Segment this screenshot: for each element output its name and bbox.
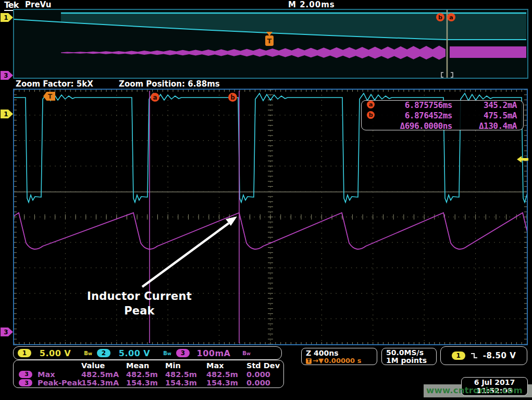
- measurement-header-row: Value Mean Min Max Std Dev: [17, 361, 280, 370]
- cursor-a-value: 345.2mA: [452, 100, 517, 110]
- overview-cursor-b-marker: b: [436, 13, 444, 21]
- measurement-row-max: 3Max 482.5mA 482.5m 482.5m 482.5m 0.000: [17, 370, 280, 379]
- overview-ch3-position-marker: 3: [1, 71, 13, 80]
- horizontal-zoom-box: Z 400ns T →▼ 0.00000 s: [301, 348, 377, 365]
- acquisition-box: 50.0MS/s 1M points: [381, 348, 437, 365]
- inductor-current-peak-annotation: Inductor Current Peak: [83, 289, 195, 318]
- overview-cursor-a-marker: a: [447, 13, 455, 21]
- zoom-status-bar: Zoom Factor: 5kX Zoom Position: 6.88ms: [0, 79, 532, 89]
- cursor-b-time: 6.876452ms: [379, 111, 452, 120]
- sample-rate-label: 50.0MS/s: [386, 349, 436, 357]
- main-ch3-position-marker: 3: [1, 328, 13, 336]
- cursor-b-marker: b: [228, 93, 237, 102]
- acquisition-mode-label: PreVu: [25, 0, 51, 9]
- zoom-factor-label: Zoom Factor: 5kX: [16, 79, 93, 89]
- trigger-t-icon: T: [265, 35, 274, 46]
- measurement-row-peak-peak: 3Peak-Peak 154.3mA 154.3m 154.3m 154.3m …: [17, 379, 280, 387]
- main-ch1-position-marker: 1: [1, 110, 13, 118]
- trigger-level-value: -8.50 V: [483, 351, 516, 360]
- position-arrows-icon: →▼: [313, 357, 324, 365]
- trigger-box: 1 -8.50 V: [440, 346, 527, 365]
- ch1-scale: 5.00 V: [31, 348, 79, 358]
- zoom-waveform-window: T a b a 6.875756ms 345.2mA b 6.876452ms …: [13, 89, 528, 345]
- ch2-bandwidth-icon: BW: [158, 350, 176, 356]
- ch2-badge: 2: [97, 349, 110, 357]
- cursor-a-time: 6.875756ms: [379, 100, 452, 110]
- ch1-bandwidth-icon: BW: [79, 350, 97, 356]
- ch3-bandwidth-icon: BW: [238, 350, 255, 356]
- falling-edge-icon: [470, 352, 478, 359]
- ch3-scale: 100mA: [190, 348, 238, 358]
- ch3-badge: 3: [19, 379, 32, 386]
- ch3-badge: 3: [19, 371, 32, 378]
- cursor-a-marker: a: [151, 93, 159, 102]
- oscilloscope-screen: Tek PreVu M 2.00ms b a T 1 3 Zoom Factor…: [0, 0, 532, 400]
- cursor-delta-value: Δ130.4mA: [452, 121, 517, 131]
- trigger-t-icon: T: [306, 358, 312, 364]
- trigger-position-value: 0.00000 s: [324, 357, 361, 365]
- cursor-readout: a 6.875756ms 345.2mA b 6.876452ms 475.5m…: [361, 100, 524, 130]
- channel-scale-bar: 1 5.00 V BW 2 5.00 V BW 3 100mA BW: [13, 346, 282, 360]
- trigger-position-marker: T: [265, 32, 274, 46]
- top-status-bar: Tek PreVu M 2.00ms: [0, 0, 532, 9]
- cursor-a-badge: a: [367, 101, 375, 108]
- zoom-position-label: Zoom Position: 6.88ms: [119, 79, 220, 89]
- zoom-timebase-label: Z 400ns: [306, 349, 377, 357]
- main-timebase-label: M 2.00ms: [288, 0, 335, 9]
- ch3-badge: 3: [176, 349, 190, 357]
- record-length-label: 1M points: [386, 357, 436, 365]
- trigger-source-badge: 1: [452, 351, 465, 360]
- ch2-scale: 5.00 V: [110, 348, 158, 358]
- watermark-text: www.cntronics.com: [426, 385, 523, 395]
- overview-ch1-position-marker: 1: [1, 13, 13, 22]
- trigger-position-readout: T →▼ 0.00000 s: [306, 357, 377, 365]
- cursor-b-badge: b: [367, 111, 375, 119]
- cursor-delta-time: Δ696.0000ns: [379, 121, 452, 131]
- overview-window: b a T: [13, 9, 528, 79]
- cursor-b-value: 475.5mA: [452, 111, 517, 120]
- ch1-badge: 1: [18, 349, 31, 357]
- measurement-table: Value Mean Min Max Std Dev 3Max 482.5mA …: [13, 360, 284, 388]
